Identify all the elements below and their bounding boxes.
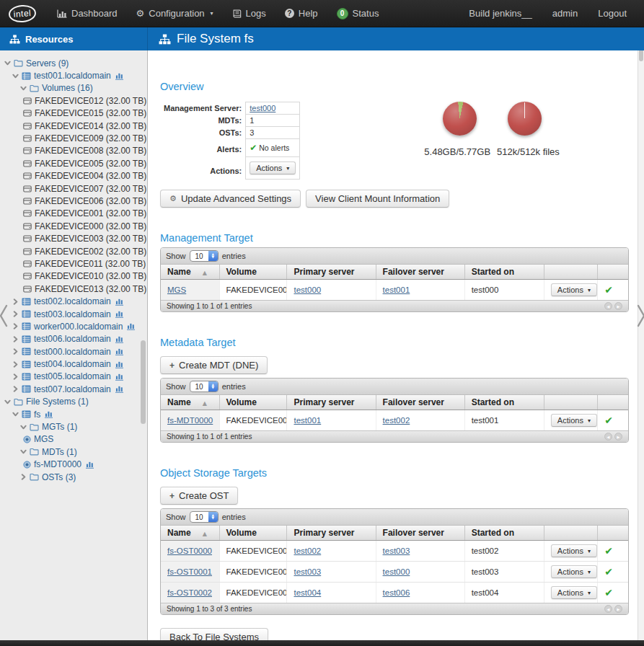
column-header-primary-server[interactable]: Primary server xyxy=(287,526,376,541)
row-actions-button[interactable]: Actions ▾ xyxy=(551,283,597,296)
column-header-name[interactable]: Name▲ xyxy=(161,265,219,280)
chevron-right-icon[interactable] xyxy=(20,474,30,480)
bar-chart-icon[interactable] xyxy=(44,410,53,418)
tree-item-test003-localdomain[interactable]: test003.localdomain xyxy=(0,308,147,320)
tree-item-fakedevice004-32-00-tb[interactable]: FAKEDEVICE004 (32.00 TB) xyxy=(0,170,147,182)
column-header-volume[interactable]: Volume xyxy=(219,265,287,280)
pagination-next-icon[interactable]: ▶ xyxy=(614,302,622,310)
sidebar-collapse-handle[interactable] xyxy=(0,303,9,329)
primary-server-link[interactable]: test003 xyxy=(294,567,321,576)
tree-item-fakedevice015-32-00-tb[interactable]: FAKEDEVICE015 (32.00 TB) xyxy=(0,107,147,120)
tree-item-servers-9[interactable]: Servers (9) xyxy=(0,57,147,69)
column-header-failover-server[interactable]: Failover server xyxy=(376,265,464,280)
bar-chart-icon[interactable] xyxy=(115,72,124,80)
update-advanced-settings-button[interactable]: ⚙ Update Advanced Settings xyxy=(160,190,301,208)
chevron-right-icon[interactable] xyxy=(12,323,22,329)
column-header-name[interactable]: Name▲ xyxy=(161,395,219,410)
primary-server-link[interactable]: test000 xyxy=(294,286,321,294)
failover-server-link[interactable]: test001 xyxy=(383,286,410,294)
window-scrollbar[interactable] xyxy=(638,27,644,646)
bar-chart-icon[interactable] xyxy=(115,385,124,393)
create-button[interactable]: + Create MDT (DNE) xyxy=(160,356,268,374)
target-name-link[interactable]: fs-OST0002 xyxy=(167,588,212,597)
chevron-down-icon[interactable] xyxy=(12,73,22,79)
panel-expand-handle[interactable] xyxy=(636,303,644,329)
column-header-blank[interactable] xyxy=(544,526,598,541)
chevron-right-icon[interactable] xyxy=(12,386,22,392)
bar-chart-icon[interactable] xyxy=(126,322,136,330)
row-actions-button[interactable]: Actions ▾ xyxy=(551,544,597,557)
pagination-prev-icon[interactable]: ◀ xyxy=(604,302,612,310)
tree-item-file-systems-1[interactable]: File Systems (1) xyxy=(0,396,147,408)
column-header-volume[interactable]: Volume xyxy=(219,395,287,410)
column-header-started-on[interactable]: Started on xyxy=(464,265,544,280)
tree-item-fakedevice000-32-00-tb[interactable]: FAKEDEVICE000 (32.00 TB) xyxy=(0,220,147,232)
back-to-file-systems-button[interactable]: Back To File Systems xyxy=(160,628,268,640)
logout-link[interactable]: Logout xyxy=(588,8,637,19)
bar-chart-icon[interactable] xyxy=(85,461,94,469)
chevron-down-icon[interactable] xyxy=(20,448,30,455)
nav-item-configuration[interactable]: ⚙Configuration▾ xyxy=(127,0,223,27)
primary-server-link[interactable]: test004 xyxy=(294,588,321,597)
tree-item-test006-localdomain[interactable]: test006.localdomain xyxy=(0,333,147,345)
entries-select[interactable]: 10▲▼ xyxy=(190,250,219,262)
intel-logo[interactable]: intel xyxy=(8,4,37,23)
row-actions-button[interactable]: Actions ▾ xyxy=(551,414,597,427)
tree-item-fakedevice010-32-00-tb[interactable]: FAKEDEVICE010 (32.00 TB) xyxy=(0,270,147,283)
tree-item-fakedevice001-32-00-tb[interactable]: FAKEDEVICE001 (32.00 TB) xyxy=(0,208,147,220)
pagination-next-icon[interactable]: ▶ xyxy=(614,605,622,613)
tree-item-fakedevice007-32-00-tb[interactable]: FAKEDEVICE007 (32.00 TB) xyxy=(0,182,147,195)
tree-item-test000-localdomain[interactable]: test000.localdomain xyxy=(0,345,147,358)
bar-chart-icon[interactable] xyxy=(115,373,124,381)
row-actions-button[interactable]: Actions ▾ xyxy=(551,586,597,599)
tree-item-test001-localdomain[interactable]: test001.localdomain xyxy=(0,69,147,81)
pagination-next-icon[interactable]: ▶ xyxy=(614,433,622,441)
column-header-blank[interactable] xyxy=(598,526,628,541)
tree-item-fakedevice011-32-00-tb[interactable]: FAKEDEVICE011 (32.00 TB) xyxy=(0,257,147,270)
chevron-right-icon[interactable] xyxy=(12,348,22,355)
tree-item-mdts-1[interactable]: MDTs (1) xyxy=(0,446,147,458)
tree-item-worker000-localdomain[interactable]: worker000.localdomain xyxy=(0,320,147,332)
tree-item-fakedevice005-32-00-tb[interactable]: FAKEDEVICE005 (32.00 TB) xyxy=(0,157,147,169)
overview-actions-button[interactable]: Actions▾ xyxy=(250,162,296,174)
target-name-link[interactable]: fs-OST0000 xyxy=(167,547,212,555)
column-header-blank[interactable] xyxy=(544,265,598,280)
tree-item-fakedevice013-32-00-tb[interactable]: FAKEDEVICE013 (32.00 TB) xyxy=(0,283,147,295)
chevron-right-icon[interactable] xyxy=(12,336,22,342)
column-header-started-on[interactable]: Started on xyxy=(464,526,544,541)
tree-item-fakedevice002-32-00-tb[interactable]: FAKEDEVICE002 (32.00 TB) xyxy=(0,245,147,257)
bar-chart-icon[interactable] xyxy=(115,310,124,318)
failover-server-link[interactable]: test006 xyxy=(383,588,410,597)
tree-item-fakedevice014-32-00-tb[interactable]: FAKEDEVICE014 (32.00 TB) xyxy=(0,120,147,132)
pagination-prev-icon[interactable]: ◀ xyxy=(604,605,612,613)
management-server-link[interactable]: test000 xyxy=(250,104,275,112)
tree-item-fakedevice006-32-00-tb[interactable]: FAKEDEVICE006 (32.00 TB) xyxy=(0,195,147,207)
column-header-failover-server[interactable]: Failover server xyxy=(376,526,464,541)
entries-select[interactable]: 10▲▼ xyxy=(190,511,219,523)
chevron-down-icon[interactable] xyxy=(20,85,30,92)
nav-item-logs[interactable]: Logs xyxy=(223,0,275,27)
tree-item-mgs[interactable]: MGS xyxy=(0,433,147,446)
column-header-blank[interactable] xyxy=(544,395,598,410)
entries-select[interactable]: 10▲▼ xyxy=(190,381,219,392)
target-name-link[interactable]: fs-MDT0000 xyxy=(167,416,213,425)
primary-server-link[interactable]: test002 xyxy=(294,547,321,555)
chevron-right-icon[interactable] xyxy=(12,361,22,368)
chevron-down-icon[interactable] xyxy=(4,60,14,66)
chevron-right-icon[interactable] xyxy=(12,311,22,317)
tree-item-fakedevice003-32-00-tb[interactable]: FAKEDEVICE003 (32.00 TB) xyxy=(0,232,147,244)
chevron-down-icon[interactable] xyxy=(12,411,22,417)
column-header-started-on[interactable]: Started on xyxy=(464,395,544,410)
chevron-right-icon[interactable] xyxy=(12,373,22,380)
column-header-blank[interactable] xyxy=(598,395,628,410)
bar-chart-icon[interactable] xyxy=(115,360,124,368)
chevron-right-icon[interactable] xyxy=(12,298,22,305)
sidebar-scrollbar[interactable] xyxy=(141,340,146,424)
bar-chart-icon[interactable] xyxy=(115,335,124,343)
tree-item-test005-localdomain[interactable]: test005.localdomain xyxy=(0,371,147,383)
tree-item-mgts-1[interactable]: MGTs (1) xyxy=(0,420,147,433)
failover-server-link[interactable]: test002 xyxy=(383,416,410,425)
bar-chart-icon[interactable] xyxy=(115,298,124,306)
target-name-link[interactable]: fs-OST0001 xyxy=(167,567,212,576)
column-header-primary-server[interactable]: Primary server xyxy=(287,265,376,280)
